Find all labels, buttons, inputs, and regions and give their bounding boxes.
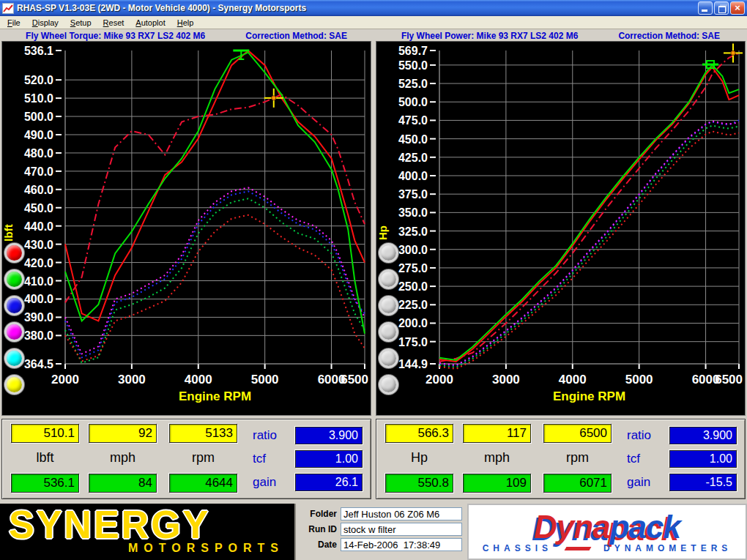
svg-text:500.0: 500.0 [398, 96, 428, 108]
svg-text:175.0: 175.0 [398, 336, 428, 348]
svg-text:569.7: 569.7 [398, 45, 428, 57]
svg-text:4000: 4000 [185, 373, 212, 387]
title-bar: RHAS-SP V1.3-03E (2WD - Motor Vehicle 40… [0, 0, 747, 16]
trace-button-3[interactable] [379, 296, 398, 316]
run-id-label: Run ID [299, 524, 337, 534]
trace-button-5[interactable] [379, 348, 398, 368]
svg-text:2000: 2000 [51, 373, 79, 387]
svg-text:350.0: 350.0 [398, 206, 428, 219]
svg-text:4000: 4000 [559, 373, 587, 387]
folder-field[interactable] [341, 507, 462, 520]
cursor-crosshair[interactable] [724, 43, 743, 62]
run-id-field[interactable] [341, 523, 462, 536]
svg-text:430.0: 430.0 [24, 239, 53, 251]
menu-display[interactable]: Display [26, 17, 64, 29]
run-compare-dash-power [439, 53, 739, 362]
gain-label: gain [253, 475, 276, 490]
svg-text:300.0: 300.0 [398, 244, 428, 256]
synergy-logo: SYNERGY MOTORSPORTS [0, 504, 294, 560]
svg-text:550.0: 550.0 [398, 59, 428, 72]
trace-button-5[interactable] [4, 348, 24, 368]
peak-hp-value: 550.8 [385, 474, 453, 493]
svg-text:470.0: 470.0 [24, 165, 53, 178]
trace-button-4[interactable] [4, 322, 24, 342]
cursor-rpm-value: 5133 [169, 424, 237, 443]
close-button[interactable]: × [730, 1, 745, 15]
power-readout-panel: 566.3 117 6500 Hp mph rpm 550.8 109 6071… [376, 419, 746, 499]
torque-readout-panel: 510.1 92 5133 lbft mph rpm 536.1 84 4644… [1, 419, 371, 499]
svg-text:380.0: 380.0 [24, 329, 53, 342]
trace-button-6[interactable] [379, 375, 398, 395]
restore-button[interactable] [714, 1, 729, 15]
tcf-value-2: 1.00 [669, 450, 737, 468]
trace-button-1[interactable] [4, 243, 24, 263]
run-magenta-dot-power [439, 121, 739, 365]
Hp-chart-svg: 569.7550.0525.0500.0475.0450.0425.0400.0… [376, 42, 744, 417]
power-chart-title: Fly Wheel Power: Mike 93 RX7 LS2 402 M6 [401, 31, 578, 41]
peak-lbft-value: 536.1 [11, 474, 79, 493]
ratio-value-2: 3.900 [669, 427, 737, 444]
readout-row: 510.1 92 5133 lbft mph rpm 536.1 84 4644… [0, 419, 747, 499]
menu-autoplot[interactable]: Autoplot [130, 17, 171, 29]
svg-text:364.5: 364.5 [24, 358, 53, 370]
trace-button-1[interactable] [379, 243, 398, 263]
minimize-button[interactable] [698, 1, 713, 15]
synergy-logo-text: SYNERGY [9, 507, 287, 544]
torque-correction-method: Correction Method: SAE [245, 31, 347, 41]
svg-text:536.1: 536.1 [24, 45, 53, 57]
run-info-panel: Folder Run ID Date [294, 504, 467, 560]
trace-button-2[interactable] [379, 269, 398, 289]
cursor-mph-value: 92 [89, 424, 157, 443]
svg-text:390.0: 390.0 [24, 311, 53, 324]
unit-label-rpm-2: rpm [543, 450, 612, 466]
window-title: RHAS-SP V1.3-03E (2WD - Motor Vehicle 40… [17, 3, 698, 13]
svg-text:440.0: 440.0 [24, 220, 53, 233]
power-chart-header: Fly Wheel Power: Mike 93 RX7 LS2 402 M6 … [376, 30, 746, 41]
svg-text:450.0: 450.0 [24, 202, 53, 214]
gain-label-2: gain [627, 475, 650, 490]
unit-label-lbft: lbft [11, 450, 79, 466]
chart-area: Fly Wheel Torque: Mike 93 RX7 LS2 402 M6… [0, 29, 747, 416]
svg-text:200.0: 200.0 [398, 317, 428, 329]
trace-button-2[interactable] [4, 269, 24, 289]
torque-chart-canvas[interactable]: 536.1520.0510.0500.0490.0480.0470.0460.0… [1, 41, 371, 416]
peak-rpm-value-2: 6071 [543, 474, 612, 493]
power-chart-canvas[interactable]: 569.7550.0525.0500.0475.0450.0425.0400.0… [376, 41, 746, 416]
torque-chart-title: Fly Wheel Torque: Mike 93 RX7 LS2 402 M6 [26, 31, 205, 41]
menu-file[interactable]: File [1, 17, 26, 29]
cursor-hp-value: 566.3 [385, 424, 453, 443]
svg-text:6500: 6500 [715, 373, 743, 387]
cursor-rpm-value-2: 6500 [543, 424, 612, 443]
ratio-label: ratio [253, 428, 277, 443]
svg-text:520.0: 520.0 [24, 74, 53, 86]
date-field[interactable] [341, 538, 462, 551]
dynapack-chassis-text: CHASSIS [483, 543, 552, 553]
folder-label: Folder [299, 509, 337, 519]
svg-text:3000: 3000 [492, 373, 520, 387]
svg-text:460.0: 460.0 [24, 184, 53, 196]
trace-button-3[interactable] [4, 296, 24, 316]
peak-mph-value-2: 109 [463, 474, 531, 493]
svg-text:375.0: 375.0 [398, 188, 428, 201]
peak-rpm-value: 4644 [169, 474, 237, 493]
trace-button-6[interactable] [4, 375, 24, 395]
svg-text:2000: 2000 [425, 373, 453, 387]
run-red-solid-power [439, 67, 739, 362]
menu-bar: File Display Setup Reset Autoplot Help [0, 16, 747, 29]
date-label: Date [299, 540, 337, 550]
svg-text:420.0: 420.0 [24, 257, 53, 269]
unit-label-mph-2: mph [463, 450, 531, 466]
menu-reset[interactable]: Reset [97, 17, 130, 29]
menu-setup[interactable]: Setup [64, 17, 97, 29]
svg-text:475.0: 475.0 [398, 114, 428, 127]
trace-button-4[interactable] [379, 322, 398, 342]
run-compare-dash-torque [65, 94, 365, 302]
lbft-chart-svg: 536.1520.0510.0500.0490.0480.0470.0460.0… [2, 42, 370, 417]
cursor-lbft-value: 510.1 [11, 424, 79, 443]
cursor-crosshair[interactable] [264, 89, 283, 108]
tcf-label-2: tcf [627, 452, 640, 466]
power-chart-panel: Fly Wheel Power: Mike 93 RX7 LS2 402 M6 … [376, 30, 746, 416]
svg-text:225.0: 225.0 [398, 299, 428, 311]
menu-help[interactable]: Help [171, 17, 200, 29]
svg-text:250.0: 250.0 [398, 280, 428, 293]
